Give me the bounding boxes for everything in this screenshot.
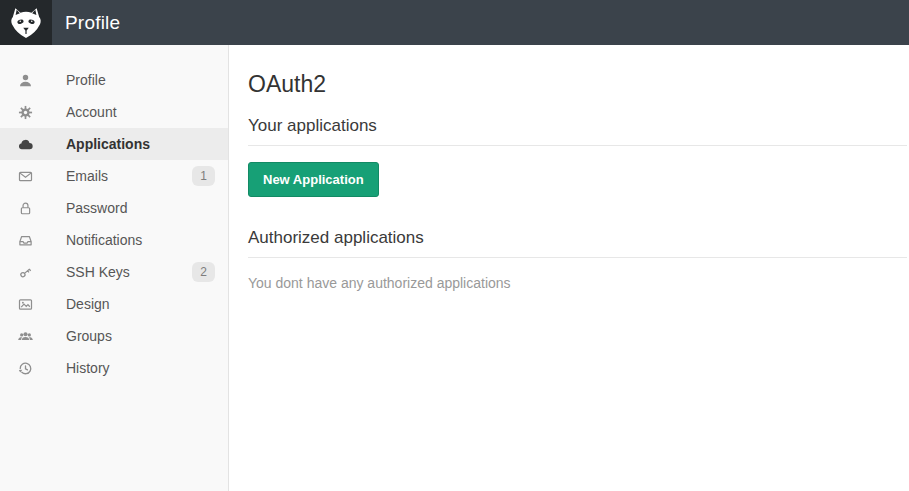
sidebar-item-history[interactable]: History	[0, 352, 228, 384]
sidebar-item-label: History	[66, 360, 110, 376]
gear-icon	[17, 104, 33, 120]
user-icon	[17, 72, 33, 88]
inbox-icon	[17, 232, 33, 248]
sidebar-item-ssh-keys[interactable]: SSH Keys 2	[0, 256, 228, 288]
main-content: OAuth2 Your applications New Application…	[229, 45, 909, 491]
sidebar-nav-list: Profile Account	[0, 64, 228, 384]
gitlab-logo[interactable]	[0, 0, 52, 45]
key-icon	[17, 264, 33, 280]
sidebar-item-label: Password	[66, 200, 127, 216]
your-applications-heading: Your applications	[248, 116, 907, 146]
sidebar-item-account[interactable]: Account	[0, 96, 228, 128]
sidebar-item-label: SSH Keys	[66, 264, 130, 280]
empty-state-text: You dont have any authorized application…	[248, 275, 907, 291]
envelope-icon	[17, 168, 33, 184]
users-icon	[17, 328, 33, 344]
sidebar-item-notifications[interactable]: Notifications	[0, 224, 228, 256]
sidebar-item-label: Groups	[66, 328, 112, 344]
sidebar-item-emails[interactable]: Emails 1	[0, 160, 228, 192]
image-icon	[17, 296, 33, 312]
page-title: OAuth2	[248, 71, 907, 98]
lock-icon	[17, 200, 33, 216]
authorized-applications-heading: Authorized applications	[248, 228, 907, 258]
sidebar-item-label: Profile	[66, 72, 106, 88]
gitlab-tanuki-icon	[9, 6, 43, 40]
sidebar-item-groups[interactable]: Groups	[0, 320, 228, 352]
settings-sidebar: Profile Account	[0, 45, 229, 491]
sidebar-item-label: Design	[66, 296, 110, 312]
sidebar-item-profile[interactable]: Profile	[0, 64, 228, 96]
sidebar-item-label: Applications	[66, 136, 150, 152]
sidebar-item-label: Emails	[66, 168, 108, 184]
top-navbar: Profile	[0, 0, 909, 45]
sidebar-item-applications[interactable]: Applications	[0, 128, 228, 160]
ssh-keys-count-badge: 2	[192, 262, 215, 282]
emails-count-badge: 1	[192, 166, 215, 186]
sidebar-item-label: Account	[66, 104, 117, 120]
cloud-icon	[17, 136, 33, 152]
sidebar-item-label: Notifications	[66, 232, 142, 248]
page-header-title: Profile	[65, 12, 120, 34]
history-icon	[17, 360, 33, 376]
new-application-button[interactable]: New Application	[248, 162, 379, 197]
sidebar-item-design[interactable]: Design	[0, 288, 228, 320]
sidebar-item-password[interactable]: Password	[0, 192, 228, 224]
